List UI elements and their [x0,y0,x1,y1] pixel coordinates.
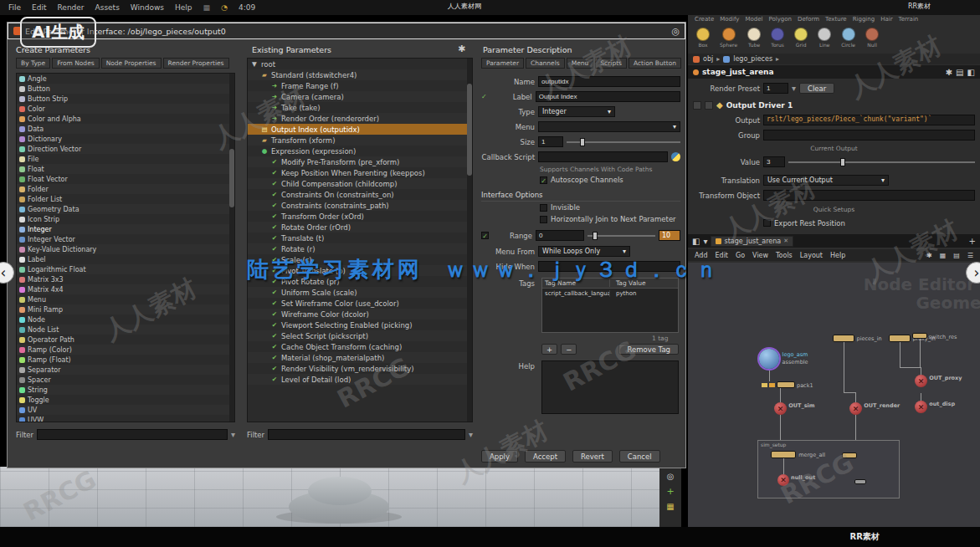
shelf-tool[interactable]: Tube [747,28,761,53]
revert-button[interactable]: Revert [572,450,613,463]
parameter-type-row[interactable]: Float Vector [17,174,234,184]
existing-parameter-row[interactable]: Standard (stdswitcher4) [248,69,472,80]
range-min-input[interactable] [536,230,584,241]
shelf-tool[interactable]: Grid [794,28,808,53]
preset-input[interactable] [763,83,788,94]
shelf-tab[interactable]: Create [695,16,714,25]
parameter-type-row[interactable]: Ramp (Float) [17,355,234,365]
shelf-tool[interactable]: Sphere [720,28,737,53]
range-max-input[interactable]: 10 [659,230,680,241]
shelf-tab[interactable]: Texture [825,16,847,25]
window-icon[interactable]: ▦ [203,3,211,12]
shelf-tab[interactable]: Model [745,16,762,25]
shelf-tab[interactable]: Hair [880,16,892,25]
existing-parameter-row[interactable]: Render Visibility (vm_rendervisibility) [248,363,472,374]
existing-parameter-row[interactable]: Wireframe Color (dcolor) [248,309,472,320]
shelf-tool[interactable]: Box [696,28,710,53]
parameter-type-row[interactable]: Color [17,104,234,114]
scrollbar-thumb[interactable] [229,149,234,207]
existing-parameter-row[interactable]: Output Index (outputidx) [248,124,472,135]
existing-parameter-row[interactable]: Uniform Scale (scale) [248,287,472,298]
shelf-tab[interactable]: Rigging [853,16,875,25]
parameter-type-row[interactable]: Data [17,124,234,134]
delete-tag-button[interactable]: Remove Tag [618,344,679,355]
chevron-down-icon[interactable]: ▾ [703,237,707,246]
parameter-type-row[interactable]: Integer [17,224,234,234]
range-slider[interactable] [587,235,655,237]
parameter-type-row[interactable]: File [17,154,234,164]
shelf-tab[interactable]: Terrain [899,16,919,25]
parameter-type-row[interactable]: Integer Vector [17,234,234,244]
parameter-type-row[interactable]: Label [17,254,234,264]
output-field[interactable]: rslt/lego_pieces/Piece_`chunk("variant")… [763,115,975,125]
expand-all-button[interactable] [705,101,713,110]
join-checkbox[interactable] [540,216,547,223]
existing-parameter-row[interactable]: Set Wireframe Color (use_dcolor) [248,298,472,309]
menu-help[interactable]: Help [175,3,192,12]
gear-icon[interactable]: ✱ [926,252,932,259]
invisible-checkbox[interactable] [540,204,547,212]
parameter-type-row[interactable]: Icon Strip [17,214,234,224]
python-icon[interactable] [671,152,680,161]
error-node[interactable]: ✕OUT_proxy [915,375,927,387]
translation-select[interactable]: Use Current Output▾ [763,175,889,186]
size-slider[interactable] [567,141,680,143]
error-node[interactable]: ✕null_out [777,474,789,486]
tags-table[interactable]: Tag Name Tag Value script_callback_langu… [541,278,679,333]
close-icon[interactable]: ✕ [783,238,788,244]
existing-parameter-row[interactable]: Child Compensation (childcomp) [248,178,472,189]
node[interactable]: switch_res [912,333,927,339]
parameter-type-row[interactable]: Dictionary [17,134,234,144]
description-tab[interactable]: Channels [526,58,565,69]
parameter-type-row[interactable]: Matrix 3x3 [17,274,234,284]
parameter-type-row[interactable]: Key-Value Dictionary [17,244,234,254]
parameter-type-row[interactable]: Operator Path [17,335,234,345]
dialog-titlebar[interactable]: Edit Parameter Interface: /obj/lego_piec… [8,23,685,39]
description-tab[interactable]: Action Button [629,58,681,69]
existing-parameter-row[interactable]: Transform Order (xOrd) [248,211,472,222]
label-input[interactable] [536,91,680,102]
parameter-type-row[interactable]: Node List [17,325,234,335]
viewport[interactable] [0,467,659,527]
existing-parameter-row[interactable]: Keep Position When Parenting (keeppos) [248,167,472,178]
shelf-tool[interactable]: Torus [771,28,784,53]
flag-badge[interactable] [762,383,767,387]
parameter-type-row[interactable]: Folder [17,184,234,194]
parameter-type-row[interactable]: Angle [17,74,234,84]
description-tab[interactable]: Parameter [481,58,524,69]
parameter-type-row[interactable]: Color and Alpha [17,114,234,124]
existing-parameter-row[interactable]: Viewport Selecting Enabled (picking) [248,320,472,330]
clear-button[interactable]: Clear [799,83,834,94]
network-editor[interactable]: Node Editor Geometry pieces_in proxy_in … [688,263,980,527]
settings-gear-icon[interactable]: ✱ [458,43,465,54]
parameter-type-row[interactable]: Menu [17,294,234,304]
network-menu-item[interactable]: View [752,252,768,259]
breadcrumb-node[interactable]: lego_pieces [733,55,772,63]
create-filter-input[interactable] [37,429,228,440]
network-menu-item[interactable]: Tools [776,252,793,259]
tag-name-cell[interactable]: script_callback_language [542,290,610,297]
parameter-type-row[interactable]: Button Strip [17,94,234,104]
create-tab[interactable]: Render Properties [163,58,229,69]
menu-render[interactable]: Render [58,3,85,12]
accept-button[interactable]: Accept [525,450,566,463]
error-node[interactable]: ✕OUT_sim [774,402,787,415]
network-menu-item[interactable]: Edit [716,252,729,259]
existing-parameter-row[interactable]: Camera (camera) [248,91,472,102]
callback-input[interactable] [538,151,668,162]
existing-parameter-row[interactable]: Translate (t) [248,233,472,243]
create-tab[interactable]: From Nodes [52,58,99,69]
gear-icon[interactable]: ✱ [946,68,952,77]
existing-parameter-row[interactable]: root [248,59,472,69]
existing-parameter-row[interactable]: Select Script (pickscript) [248,330,472,341]
menufrom-select[interactable]: While Loops Only▾ [538,246,630,257]
shelf-tool[interactable]: Circle [841,28,855,53]
network-menu-item[interactable]: Layout [800,252,823,259]
existing-parameter-row[interactable]: Pivot Rotate (pr) [248,276,472,287]
parameter-type-row[interactable]: Float [17,164,234,174]
existing-parameter-row[interactable]: Pivot Translate (p) [248,265,472,276]
add-tab-icon[interactable]: + [969,237,976,246]
network-menu-item[interactable]: Add [695,252,708,259]
split-icon[interactable]: ◧ [692,237,700,246]
parameter-type-row[interactable]: Matrix 4x4 [17,284,234,294]
